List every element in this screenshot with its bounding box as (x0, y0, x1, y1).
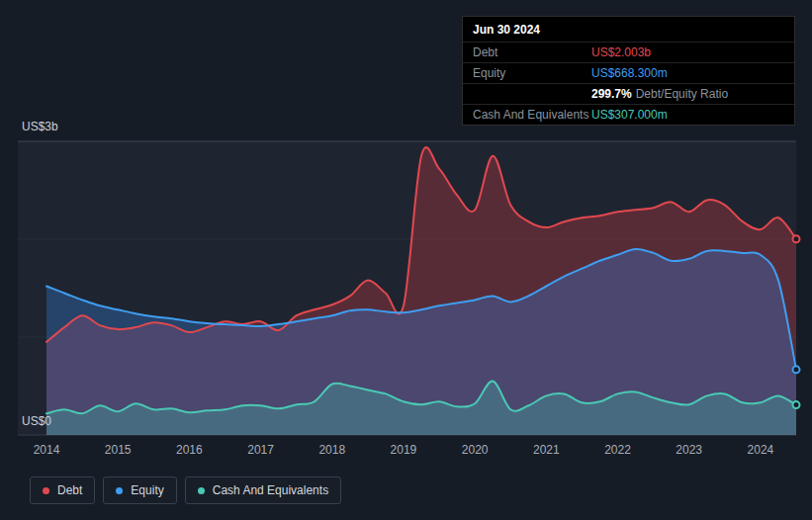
tooltip-debt-label: Debt (473, 45, 591, 59)
x-tick-label: 2015 (105, 443, 132, 457)
x-tick-label: 2017 (247, 443, 274, 457)
tooltip-ratio-caption: Debt/Equity Ratio (636, 87, 728, 101)
y-axis-bottom-label: US$0 (22, 414, 51, 428)
debt-swatch-icon (43, 487, 49, 494)
chart-tooltip: Jun 30 2024 Debt US$2.003b Equity US$668… (462, 16, 795, 126)
tooltip-debt-value: US$2.003b (591, 45, 784, 59)
tooltip-cash-value: US$307.000m (591, 108, 784, 122)
x-tick-label: 2018 (318, 443, 345, 457)
chart-legend: Debt Equity Cash And Equivalents (30, 477, 341, 504)
tooltip-cash-label: Cash And Equivalents (473, 108, 591, 122)
x-tick-label: 2021 (533, 443, 560, 457)
x-tick-label: 2022 (604, 443, 631, 457)
tooltip-equity-label: Equity (473, 66, 591, 80)
tooltip-date: Jun 30 2024 (463, 17, 794, 42)
x-tick-label: 2014 (34, 443, 60, 457)
tooltip-debt-row: Debt US$2.003b (463, 42, 794, 62)
y-axis-top-label: US$3b (22, 120, 58, 133)
legend-item-equity[interactable]: Equity (103, 477, 176, 504)
legend-cash-label: Cash And Equivalents (213, 483, 328, 497)
x-tick-label: 2024 (748, 443, 774, 457)
tooltip-equity-row: Equity US$668.300m (463, 62, 794, 83)
cash-swatch-icon (198, 487, 205, 494)
legend-debt-label: Debt (57, 483, 82, 497)
legend-item-debt[interactable]: Debt (30, 477, 95, 504)
tooltip-ratio-row: 299.7%Debt/Equity Ratio (463, 83, 794, 104)
tooltip-ratio-percent: 299.7% (591, 87, 632, 101)
x-tick-label: 2016 (176, 443, 203, 457)
tooltip-cash-row: Cash And Equivalents US$307.000m (463, 104, 794, 125)
tooltip-equity-value: US$668.300m (591, 66, 784, 80)
legend-item-cash[interactable]: Cash And Equivalents (185, 477, 341, 504)
tooltip-ratio-value: 299.7%Debt/Equity Ratio (591, 87, 784, 101)
x-tick-label: 2019 (391, 443, 417, 457)
legend-equity-label: Equity (131, 483, 163, 497)
debt-equity-history-chart: US$3b US$0 20142015201620172018201920202… (0, 0, 812, 520)
x-tick-label: 2020 (462, 443, 489, 457)
equity-swatch-icon (116, 487, 123, 494)
x-tick-label: 2023 (676, 443, 702, 457)
